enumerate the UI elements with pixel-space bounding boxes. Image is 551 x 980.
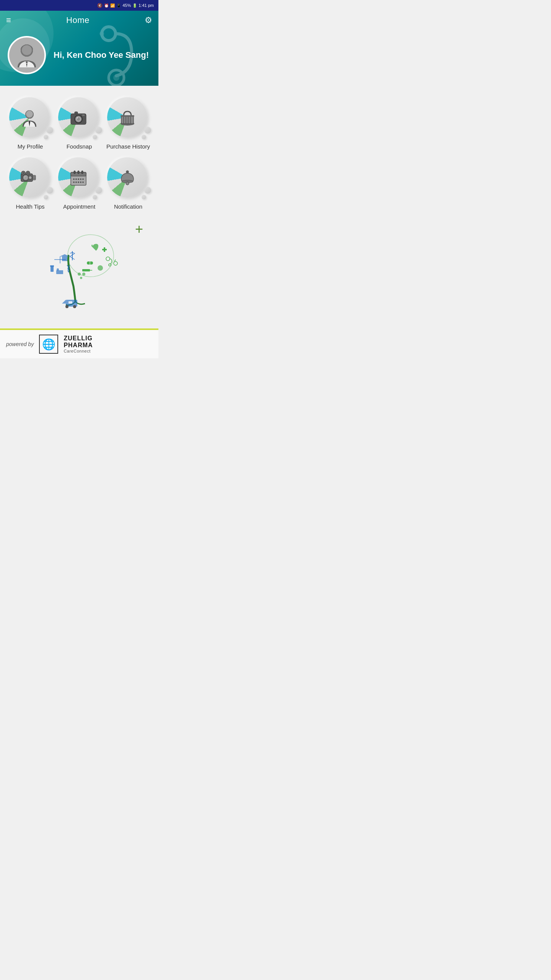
svg-point-9 (26, 111, 33, 118)
svg-rect-69 (62, 256, 67, 261)
notification-label: Notification (114, 203, 142, 210)
foodsnap-icon-wrapper (58, 97, 100, 139)
svg-point-50 (78, 181, 79, 183)
svg-point-6 (22, 45, 32, 55)
bubble-decoration (44, 195, 48, 199)
svg-point-84 (73, 305, 76, 308)
svg-rect-42 (82, 171, 83, 174)
foodsnap-label: Foodsnap (67, 143, 92, 150)
globe-icon: 🌐 (42, 338, 55, 351)
notification-icon-circle (107, 157, 147, 198)
appointment-icon-circle (58, 157, 98, 198)
svg-point-54 (126, 182, 129, 185)
footer-logo-box: 🌐 (39, 335, 58, 354)
svg-rect-76 (56, 270, 63, 274)
bubble-decoration (144, 187, 151, 194)
mute-icon: 🔇 (97, 3, 103, 8)
svg-point-49 (75, 181, 77, 183)
bubble-decoration (142, 195, 146, 199)
purchase-history-label: Purchase History (106, 143, 150, 150)
svg-rect-18 (121, 116, 134, 124)
svg-point-45 (78, 178, 79, 180)
bubble-decoration (46, 127, 53, 134)
svg-rect-16 (82, 114, 85, 116)
my-profile-icon-circle (9, 97, 49, 137)
bubble-decoration (142, 135, 146, 139)
time-display: 1:41 pm (139, 3, 154, 8)
svg-rect-59 (104, 247, 105, 252)
battery-text: 45% (122, 3, 131, 8)
main-content: My Profile (0, 86, 158, 328)
svg-point-77 (57, 268, 59, 271)
foodsnap-icon-circle (58, 97, 98, 137)
medical-tree-illustration (26, 225, 133, 309)
svg-rect-35 (33, 175, 36, 180)
battery-icon: 🔋 (132, 3, 137, 8)
svg-rect-15 (75, 112, 78, 114)
avatar (8, 36, 46, 74)
status-bar: 🔇 ⏰ 📶 📱 45% 🔋 1:41 pm (0, 0, 158, 11)
svg-point-48 (73, 181, 75, 183)
svg-point-28 (24, 176, 25, 177)
health-tips-label: Health Tips (16, 203, 44, 210)
wifi-icon: 📶 (110, 3, 115, 8)
svg-point-83 (65, 305, 68, 308)
menu-item-appointment[interactable]: Appointment (57, 157, 102, 210)
bubble-decoration (93, 135, 97, 139)
menu-item-health-tips[interactable]: Health Tips (8, 157, 53, 210)
bubble-decoration (46, 187, 53, 194)
svg-point-34 (27, 172, 29, 174)
svg-point-62 (106, 257, 110, 261)
svg-point-44 (75, 178, 77, 180)
footer-sub-brand: CareConnect (64, 349, 93, 353)
svg-point-43 (73, 178, 75, 180)
powered-by-text: powered by (6, 341, 34, 347)
bubble-decoration (95, 187, 102, 194)
bubble-decoration (93, 195, 97, 199)
svg-point-78 (78, 273, 81, 276)
menu-item-my-profile[interactable]: My Profile (8, 97, 53, 150)
svg-rect-74 (51, 266, 54, 272)
footer-brand-name: ZUELLIGPHARMA (64, 335, 93, 348)
svg-point-80 (80, 277, 82, 279)
my-profile-icon-wrapper (9, 97, 51, 139)
svg-marker-82 (62, 300, 66, 304)
health-tips-icon-wrapper (9, 157, 51, 199)
svg-point-66 (98, 265, 103, 271)
svg-rect-75 (50, 265, 54, 267)
footer: powered by 🌐 ZUELLIGPHARMA CareConnect (0, 328, 158, 358)
bottom-illustration: + (8, 221, 151, 321)
svg-rect-40 (74, 171, 75, 174)
notification-icon-wrapper (107, 157, 149, 199)
svg-point-46 (80, 178, 82, 180)
user-section: Hi, Ken Choo Yee Sang! (0, 28, 158, 86)
svg-point-79 (82, 273, 85, 276)
purchase-history-icon-circle (107, 97, 147, 137)
svg-rect-41 (78, 171, 79, 174)
menu-grid: My Profile (8, 97, 151, 210)
header-banner: ≡ Home ⚙ Hi, Ken Choo Ye (0, 11, 158, 86)
status-icons: 🔇 ⏰ 📶 📱 45% 🔋 1:41 pm (97, 3, 154, 8)
svg-point-32 (22, 172, 24, 174)
svg-point-52 (82, 181, 84, 183)
svg-point-30 (29, 176, 31, 179)
sim-icon: 📱 (116, 3, 121, 8)
svg-rect-64 (82, 269, 90, 271)
appointment-label: Appointment (63, 203, 95, 210)
menu-item-notification[interactable]: Notification (106, 157, 151, 210)
plus-icon: + (135, 221, 143, 237)
my-profile-label: My Profile (18, 143, 43, 150)
svg-point-67 (114, 261, 117, 265)
menu-item-purchase-history[interactable]: Purchase History (106, 97, 151, 150)
bubble-decoration (144, 127, 151, 134)
svg-point-51 (80, 181, 82, 183)
greeting-text: Hi, Ken Choo Yee Sang! (54, 50, 149, 61)
menu-item-foodsnap[interactable]: Foodsnap (57, 97, 102, 150)
svg-line-68 (114, 260, 116, 261)
appointment-icon-wrapper (58, 157, 100, 199)
bubble-decoration (44, 135, 48, 139)
bubble-decoration (95, 127, 102, 134)
health-tips-icon-circle (9, 157, 49, 198)
alarm-icon: ⏰ (104, 3, 109, 8)
footer-brand-block: ZUELLIGPHARMA CareConnect (64, 335, 93, 353)
